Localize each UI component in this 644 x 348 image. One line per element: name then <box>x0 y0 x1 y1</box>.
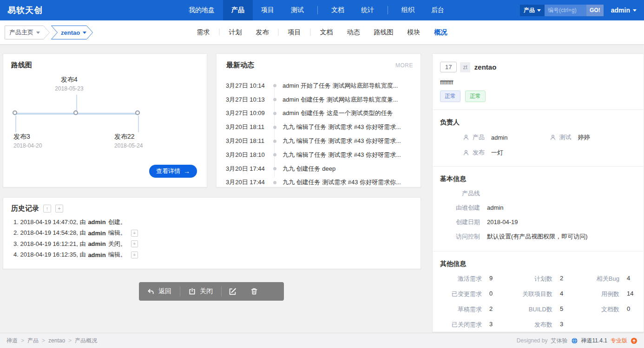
stat-label: 草稿需求 <box>440 305 482 314</box>
stat-value[interactable]: 0 <box>489 290 498 298</box>
dynamics-text[interactable]: 九九 编辑了任务 测试需求 #43 你好呀需求... <box>283 151 415 159</box>
stat-value[interactable]: 9 <box>489 275 498 283</box>
edit-button[interactable] <box>222 282 243 301</box>
stat-value[interactable]: 14 <box>627 290 635 298</box>
history-actor: admin <box>88 219 105 226</box>
tab-divider <box>310 29 311 36</box>
stat-label: 计划数 <box>500 275 552 283</box>
tab-dynamic[interactable]: 动态 <box>340 28 367 37</box>
dot-icon <box>269 181 281 184</box>
expand-history-icon[interactable]: + <box>131 230 138 237</box>
breadcrumb-current-product[interactable]: zentao <box>51 26 93 39</box>
expand-all-icon[interactable]: + <box>55 205 63 213</box>
dynamics-text[interactable]: 九九 创建任务 deep <box>283 165 415 173</box>
stat-item: 文档数 0 <box>571 305 635 314</box>
brand-logo[interactable]: 易软天创 <box>0 0 50 20</box>
view-detail-button[interactable]: 查看详情 → <box>149 165 197 178</box>
user-menu[interactable]: admin <box>611 6 637 14</box>
footer-breadcrumb: 禅道 > 产品 > zentao > 产品概况 <box>7 337 97 345</box>
expand-history-icon[interactable]: + <box>131 251 138 258</box>
nav-item-project[interactable]: 项目 <box>253 0 283 20</box>
stat-value[interactable]: 2 <box>489 305 498 314</box>
owner-name[interactable]: admin <box>491 134 507 141</box>
nav-item-product[interactable]: 产品 <box>223 0 253 20</box>
dynamics-text[interactable]: admin 创建任务 这是一个测试类型的任务 <box>283 109 415 117</box>
timeline-point[interactable] <box>73 110 78 115</box>
stat-value[interactable]: 0 <box>627 305 635 314</box>
footer-crumb-product[interactable]: 产品 <box>27 337 39 345</box>
dynamics-text[interactable]: admin 创建任务 测试网站底部导航宽度兼... <box>283 96 415 104</box>
search-scope-select[interactable]: 产品 <box>520 5 545 16</box>
tab-overview[interactable]: 概况 <box>427 28 454 37</box>
tab-roadmap[interactable]: 路线图 <box>367 28 401 37</box>
version-link[interactable]: 禅道11.4.1 <box>581 337 607 345</box>
dynamics-text[interactable]: 九九 创建任务 测试需求 #43 你好呀需求你... <box>283 178 415 187</box>
edit-pencil-icon <box>229 288 237 296</box>
breadcrumb-product-home[interactable]: 产品主页 <box>5 26 50 39</box>
milestone-label: 发布4 2018-05-23 <box>41 76 97 92</box>
designer-link[interactable]: 艾体验 <box>551 337 568 345</box>
stat-item: 用例数 14 <box>571 290 635 298</box>
person-icon <box>463 149 469 156</box>
close-product-button[interactable]: 关闭 <box>180 282 221 301</box>
tab-doc[interactable]: 文档 <box>313 28 340 37</box>
dynamics-text[interactable]: 九九 编辑了任务 测试需求 #43 你好呀需求... <box>283 137 415 145</box>
product-code-badge[interactable]: zt <box>460 62 470 72</box>
stat-value[interactable]: 4 <box>627 275 635 283</box>
nav-item-doc[interactable]: 文档 <box>323 0 353 20</box>
footer-crumb-product-name[interactable]: zentao <box>48 337 65 344</box>
search-input[interactable] <box>545 5 586 16</box>
owners-grid: 产品 admin 测试 婷婷 发布 <box>440 133 636 162</box>
tab-project[interactable]: 项目 <box>281 28 308 37</box>
upgrade-icon[interactable] <box>631 337 637 344</box>
owner-name[interactable]: 一灯 <box>491 148 503 157</box>
status-badge: 正常 <box>440 90 460 102</box>
milestone-label: 发布3 2018-04-20 <box>13 133 42 149</box>
roadmap-title: 路线图 <box>11 61 32 70</box>
go-button[interactable]: GO! <box>586 5 604 16</box>
stat-value[interactable]: 4 <box>560 290 568 298</box>
footer-crumb-overview[interactable]: 产品概况 <box>75 337 97 345</box>
chevron-down-icon <box>537 9 541 12</box>
nav-item-my[interactable]: 我的地盘 <box>180 0 223 20</box>
dynamics-list: 3月27日 10:14 admin 开始了任务 测试网站底部导航宽度... 3月… <box>226 79 415 183</box>
stat-value[interactable]: 2 <box>560 275 568 283</box>
nav-item-backend[interactable]: 后台 <box>423 0 453 20</box>
tab-story[interactable]: 需求 <box>190 28 217 37</box>
dynamics-text[interactable]: 九九 编辑了任务 测试需求 #43 你好呀需求... <box>283 123 415 131</box>
tab-module[interactable]: 模块 <box>401 28 427 37</box>
tab-plan[interactable]: 计划 <box>222 28 249 37</box>
owner-row: 测试 婷婷 <box>550 133 637 142</box>
history-action: 编辑。 <box>108 229 126 237</box>
expand-history-icon[interactable]: + <box>131 240 138 247</box>
stat-value[interactable]: 3 <box>560 321 568 329</box>
stat-item: 发布数 3 <box>500 321 568 329</box>
milestone-name[interactable]: 发布4 <box>41 76 97 84</box>
stat-value[interactable]: 3 <box>489 321 498 329</box>
footer-crumb-zentao[interactable]: 禅道 <box>7 337 18 345</box>
footer: 禅道 > 产品 > zentao > 产品概况 Designed by 艾体验 … <box>0 333 644 348</box>
dynamics-text[interactable]: admin 开始了任务 测试网站底部导航宽度... <box>283 82 415 90</box>
milestone-name[interactable]: 发布3 <box>13 133 42 141</box>
nav-item-stats[interactable]: 统计 <box>353 0 382 20</box>
more-link[interactable]: MORE <box>395 62 413 69</box>
milestone-date: 2018-05-23 <box>41 85 97 92</box>
nav-item-test[interactable]: 测试 <box>283 0 312 20</box>
milestone-name[interactable]: 发布22 <box>114 133 143 141</box>
breadcrumb: 产品主页 zentao <box>5 26 93 39</box>
tab-release[interactable]: 发布 <box>249 28 276 37</box>
dynamics-item: 3月20日 18:10 九九 编辑了任务 测试需求 #43 你好呀需求... <box>226 148 415 162</box>
stat-value[interactable]: 5 <box>560 305 568 314</box>
back-button[interactable]: 返回 <box>139 282 180 301</box>
nav-item-org[interactable]: 组织 <box>393 0 423 20</box>
delete-button[interactable] <box>243 282 265 301</box>
timeline-point[interactable] <box>13 110 17 115</box>
dynamics-item: 3月27日 10:13 admin 创建任务 测试网站底部导航宽度兼... <box>226 93 415 107</box>
history-text: 1. 2018-04-19 14:47:02, 由 <box>13 218 85 226</box>
info-row: 创建日期 2018-04-19 <box>440 219 636 226</box>
reverse-order-icon[interactable]: ↑ <box>43 205 51 213</box>
edition-link[interactable]: 专业版 <box>611 337 627 345</box>
history-text: 4. 2018-04-19 16:12:35, 由 <box>13 251 85 259</box>
owner-name[interactable]: 婷婷 <box>578 133 590 142</box>
timeline-point[interactable] <box>135 110 140 115</box>
